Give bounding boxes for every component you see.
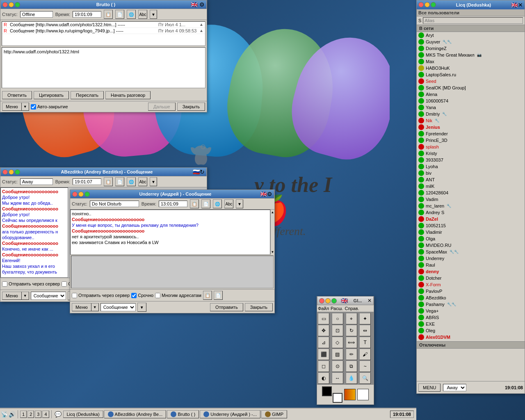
cl-contact-oleg[interactable]: Oleg <box>417 327 525 334</box>
cl-contact-splash[interactable]: splash <box>417 144 525 150</box>
cl-contact-seed[interactable]: Seed <box>417 78 525 84</box>
underrey-icon4[interactable]: Abc <box>224 199 233 208</box>
brutto-menu-arrow[interactable]: ▼ <box>22 103 29 111</box>
cl-contact-pavlovp[interactable]: PavlovP <box>417 288 525 294</box>
cl-contact-raul[interactable]: Raul <box>417 262 525 268</box>
gimp-tool-flip[interactable]: ⟺ <box>346 337 357 348</box>
brutto-autoclose-check[interactable] <box>31 104 36 110</box>
brutto-icon-btn5[interactable]: ▼ <box>150 10 157 19</box>
underrey-menu-arrow[interactable]: ▼ <box>91 303 99 311</box>
gimp-tool-crop[interactable]: ⊡ <box>332 325 343 336</box>
taskbar-abezditko[interactable]: ABezditko (Andrey Be... <box>104 410 167 418</box>
taskbar-brutto[interactable]: Brutto ( ) <box>167 410 199 418</box>
abezditko-icon5[interactable]: ▼ <box>150 177 157 186</box>
abezditko-icon2[interactable]: 📄 <box>115 177 124 186</box>
gimp-tool-bucket[interactable]: ⬛ <box>318 349 329 360</box>
abezditko-close-btn[interactable] <box>2 169 8 175</box>
abezditko-max-btn[interactable] <box>15 169 20 175</box>
brutto-msg-row-1[interactable]: R Сообщение [http://www.udaff.com/photo/… <box>2 22 205 28</box>
gimp-max-btn[interactable] <box>331 298 337 304</box>
cl-contact-120[interactable]: 120428604 <box>417 189 525 196</box>
cl-contact-laptop[interactable]: LaptopSales.ru <box>417 71 525 78</box>
cl-contact-biv[interactable]: biv <box>417 170 525 176</box>
gimp-tool-fuzzy-select[interactable]: ✦ <box>359 313 371 324</box>
gimp-tool-free-select[interactable]: ⌖ <box>346 313 357 324</box>
underrey-send-icon2[interactable]: 📄 <box>214 291 223 300</box>
abezditko-type-dropdown[interactable]: Сообщение <box>31 292 66 300</box>
underrey-input-area[interactable] <box>71 256 274 288</box>
cl-contact-mvideo[interactable]: MVIDEO.RU <box>417 242 525 249</box>
cl-contact-exe[interactable]: EXE <box>417 321 525 327</box>
cl-contact-mks[interactable]: MKS The Great Михаил 📷 <box>417 52 525 58</box>
underrey-icon1[interactable]: 📋 <box>190 199 199 208</box>
brutto-max-btn[interactable] <box>15 2 20 7</box>
taskbar-systray-network[interactable]: 📡 <box>1 411 8 418</box>
brutto-close-window-btn[interactable]: Закрыть <box>177 103 205 111</box>
brutto-message-list[interactable]: R Сообщение [http://www.udaff.com/photo/… <box>2 21 205 46</box>
cl-contact-kristy[interactable]: Kristy <box>417 150 525 157</box>
underrey-urgent-label[interactable]: Срочно <box>131 293 153 298</box>
cl-contact-nabo[interactable]: НABO3НuK <box>417 65 525 71</box>
cl-contact-max[interactable]: Max <box>417 58 525 65</box>
contact-list-titlebar[interactable]: Licq (Dedushka) 🇬🇧 ✕ <box>417 0 525 9</box>
abezditko-chat-messages[interactable]: Сообщениеооооооооооо Доброе утро! Мы жде… <box>0 187 68 278</box>
gimp-tool-smudge[interactable]: ~ <box>359 361 371 372</box>
underrey-chat-messages[interactable]: понятно.. Сообщениеооооооооооооооооо У м… <box>70 210 270 255</box>
underrey-icon3[interactable]: 🌐 <box>213 199 222 208</box>
gimp-close-x[interactable]: ✕ <box>368 298 372 304</box>
cl-menu-btn[interactable]: MENU <box>418 383 441 392</box>
underrey-multi-check[interactable] <box>155 293 160 298</box>
underrey-dropdown-arrow[interactable]: ▼ <box>137 303 146 312</box>
gimp-tool-paintbrush[interactable]: 🖌 <box>359 349 371 360</box>
cl-contact-dotcher[interactable]: Dotcher <box>417 275 525 281</box>
abezditko-icon4[interactable]: Abc <box>138 177 147 186</box>
abezditko-icon1[interactable]: 📋 <box>104 177 113 186</box>
gimp-tool-rect[interactable]: ▭ <box>318 313 329 324</box>
taskbar-icq-icon[interactable]: 💬 <box>54 410 62 418</box>
gimp-tool-eye-dropper[interactable]: 💧 <box>346 372 357 384</box>
cl-contact-milk[interactable]: milK <box>417 183 525 189</box>
underrey-send-icon1[interactable]: 📋 <box>203 291 212 300</box>
gimp-gradient-preview[interactable] <box>344 389 356 400</box>
underrey-server-check[interactable] <box>72 293 77 298</box>
underrey-multi-label[interactable]: Многим адресатам <box>155 293 201 298</box>
gimp-titlebar[interactable]: 🇬🇧 Gl... ✕ <box>317 296 374 305</box>
gimp-fg-color[interactable] <box>322 386 332 396</box>
brutto-chat-btn[interactable]: Начать разговор <box>105 91 151 99</box>
underrey-icon-extra[interactable]: ⚙ <box>267 191 272 197</box>
underrey-titlebar[interactable]: Underrey (Андрей ) - Сообщение 🇬🇧 ⚙ <box>70 189 274 199</box>
gimp-tool-text[interactable]: T <box>359 337 371 348</box>
cl-contact-abezditko[interactable]: ABezditko <box>417 294 525 301</box>
gimp-tool-clone[interactable]: ⧉ <box>346 361 357 372</box>
cl-search-input[interactable] <box>423 17 523 24</box>
brutto-quote-btn[interactable]: Цитировать <box>34 91 69 99</box>
underrey-menu-btn[interactable]: Меню <box>72 303 91 311</box>
taskbar-licq[interactable]: Licq (Dedushka) <box>63 411 103 418</box>
gimp-close-btn[interactable] <box>319 298 324 304</box>
cl-contact-jenius[interactable]: Jenius <box>417 124 525 130</box>
brutto-close-btn[interactable] <box>2 2 8 7</box>
gimp-pattern-preview[interactable] <box>357 389 369 400</box>
cl-contact-dmitriy[interactable]: Dmitriy 🔧 <box>417 111 525 117</box>
brutto-icon-btn2[interactable]: 📄 <box>115 10 124 19</box>
cl-contacts-list[interactable]: Aryt Guyver 🔧🔧 DomingeZ MKS The Great Ми… <box>417 32 525 368</box>
abezditko-server-label[interactable]: Отправить через сервер <box>2 281 60 287</box>
cl-contact-lyoha[interactable]: Lyoha <box>417 163 525 170</box>
gimp-tool-shear[interactable]: ⊿ <box>318 337 329 348</box>
gimp-tool-perspective[interactable]: ◇ <box>332 337 343 348</box>
abezditko-icon3[interactable]: 🌐 <box>127 177 136 186</box>
cl-contact-106[interactable]: 106000574 <box>417 98 525 104</box>
gimp-tool-measure[interactable]: ↔ <box>332 372 343 384</box>
underrey-scrollbar[interactable]: ▲ ▼ <box>270 210 274 255</box>
gimp-bg-color[interactable] <box>333 393 342 403</box>
cl-contact-nik[interactable]: Nik 🔧 <box>417 117 525 124</box>
gimp-menu-help[interactable]: Справ. <box>345 306 359 311</box>
gimp-tool-scale[interactable]: ⇔ <box>359 325 371 336</box>
cl-contact-alex01[interactable]: Alex01DVM <box>417 334 525 340</box>
taskbar-desk-1[interactable]: 1 <box>20 411 27 418</box>
gimp-tool-pencil[interactable]: ✏ <box>346 349 357 360</box>
abezditko-min-btn[interactable] <box>9 169 14 175</box>
gimp-tool-zoom[interactable]: 🔍 <box>359 372 371 384</box>
abezditko-refresh-icon[interactable]: ↻ <box>200 169 205 175</box>
underrey-server-label[interactable]: Отправить через сервер <box>72 293 130 298</box>
